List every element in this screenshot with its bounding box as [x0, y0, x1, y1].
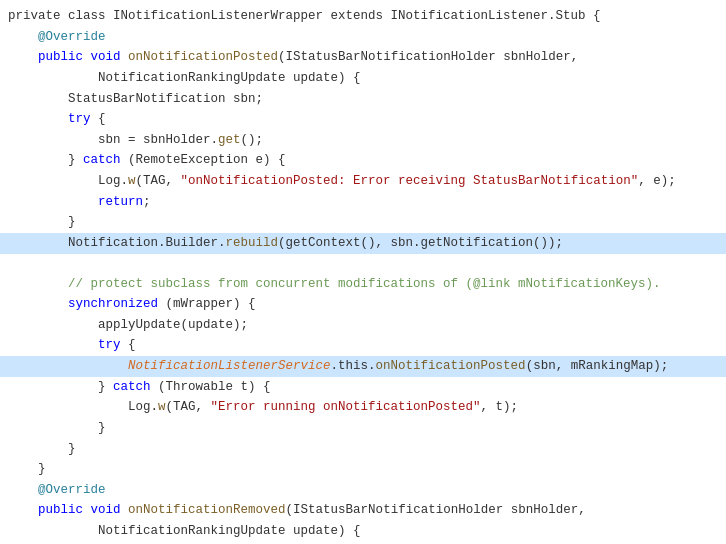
code-token: }: [8, 212, 76, 233]
code-token: ;: [143, 192, 151, 213]
code-line: }: [0, 439, 726, 460]
code-token: NotificationListenerService: [128, 356, 331, 377]
code-token: }: [8, 439, 76, 460]
code-token: private class INotificationListenerWrapp…: [8, 6, 601, 27]
code-token: public: [38, 47, 83, 68]
code-token: (mWrapper) {: [158, 294, 256, 315]
code-token: w: [128, 171, 136, 192]
code-token: [8, 192, 98, 213]
code-token: NotificationRankingUpdate update) {: [8, 521, 361, 542]
code-line: [0, 254, 726, 274]
code-token: void: [91, 500, 121, 521]
code-token: }: [8, 418, 106, 439]
code-token: return: [98, 192, 143, 213]
code-token: (TAG,: [166, 397, 211, 418]
code-token: get: [218, 130, 241, 151]
code-line: sbn = sbnHolder.get();: [0, 130, 726, 151]
code-line: }: [0, 418, 726, 439]
code-token: , t);: [481, 397, 519, 418]
code-token: onNotificationPosted: [376, 356, 526, 377]
code-token: [83, 47, 91, 68]
code-token: (IStatusBarNotificationHolder sbnHolder,: [286, 500, 586, 521]
code-token: try: [68, 109, 91, 130]
code-line: return;: [0, 192, 726, 213]
code-token: {: [91, 109, 106, 130]
code-line: StatusBarNotification sbn;: [0, 89, 726, 110]
code-token: [8, 335, 98, 356]
code-token: [8, 294, 68, 315]
code-line: synchronized (mWrapper) {: [0, 294, 726, 315]
code-token: [121, 47, 129, 68]
code-line: @Override: [0, 27, 726, 48]
code-line: applyUpdate(update);: [0, 315, 726, 336]
code-line: public void onNotificationRemoved(IStatu…: [0, 500, 726, 521]
code-token: [83, 500, 91, 521]
code-line: Notification.Builder.rebuild(getContext(…: [0, 233, 726, 254]
code-token: "Error running onNotificationPosted": [211, 397, 481, 418]
code-token: }: [8, 377, 113, 398]
code-token: @Override: [8, 480, 106, 501]
code-token: NotificationRankingUpdate update) {: [8, 68, 361, 89]
code-token: [8, 274, 68, 295]
code-token: onNotificationPosted: [128, 47, 278, 68]
code-token: void: [91, 47, 121, 68]
code-line: public void onNotificationPosted(IStatus…: [0, 47, 726, 68]
code-line: try {: [0, 109, 726, 130]
code-token: (TAG,: [136, 171, 181, 192]
code-token: (Throwable t) {: [151, 377, 271, 398]
code-block: private class INotificationListenerWrapp…: [0, 0, 726, 544]
code-token: (IStatusBarNotificationHolder sbnHolder,: [278, 47, 578, 68]
code-token: @Override: [8, 27, 106, 48]
code-token: public: [38, 500, 83, 521]
code-token: [8, 500, 38, 521]
code-line: Log.w(TAG, "onNotificationPosted: Error …: [0, 171, 726, 192]
code-line: // protect subclass from concurrent modi…: [0, 274, 726, 295]
code-token: sbn = sbnHolder.: [8, 130, 218, 151]
code-line: try {: [0, 335, 726, 356]
code-token: Notification.Builder.: [8, 233, 226, 254]
code-token: (sbn, mRankingMap);: [526, 356, 669, 377]
code-token: ();: [241, 130, 264, 151]
code-token: (getContext(), sbn.getNotification());: [278, 233, 563, 254]
code-token: catch: [113, 377, 151, 398]
code-token: (RemoteException e) {: [121, 150, 286, 171]
code-token: rebuild: [226, 233, 279, 254]
code-token: Log.: [8, 171, 128, 192]
code-token: catch: [83, 150, 121, 171]
code-line: }: [0, 212, 726, 233]
code-token: StatusBarNotification sbn;: [8, 89, 263, 110]
code-line: NotificationRankingUpdate update) {: [0, 521, 726, 542]
code-line: private class INotificationListenerWrapp…: [0, 6, 726, 27]
code-token: [8, 109, 68, 130]
code-token: .this.: [331, 356, 376, 377]
code-token: Log.: [8, 397, 158, 418]
code-token: [121, 500, 129, 521]
code-token: , e);: [638, 171, 676, 192]
code-token: onNotificationRemoved: [128, 500, 286, 521]
code-line: NotificationListenerService.this.onNotif…: [0, 356, 726, 377]
code-token: [8, 47, 38, 68]
code-token: synchronized: [68, 294, 158, 315]
code-line: @Override: [0, 480, 726, 501]
code-token: applyUpdate(update);: [8, 315, 248, 336]
code-line: }: [0, 459, 726, 480]
code-token: // protect subclass from concurrent modi…: [68, 274, 661, 295]
code-token: try: [98, 335, 121, 356]
code-token: [8, 356, 128, 377]
code-token: }: [8, 150, 83, 171]
code-line: } catch (RemoteException e) {: [0, 150, 726, 171]
code-token: "onNotificationPosted: Error receiving S…: [181, 171, 639, 192]
code-line: } catch (Throwable t) {: [0, 377, 726, 398]
code-line: NotificationRankingUpdate update) {: [0, 68, 726, 89]
code-token: w: [158, 397, 166, 418]
code-token: {: [121, 335, 136, 356]
code-line: Log.w(TAG, "Error running onNotification…: [0, 397, 726, 418]
code-token: }: [8, 459, 46, 480]
